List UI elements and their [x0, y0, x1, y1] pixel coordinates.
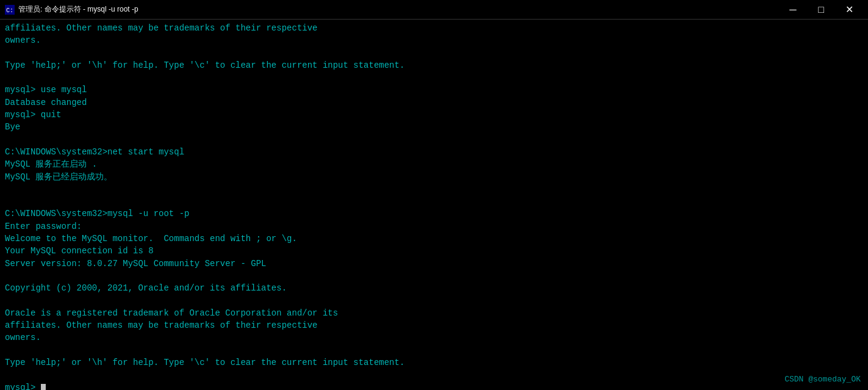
terminal-line — [5, 270, 863, 282]
terminal-line: owners. — [5, 331, 863, 344]
minimize-button[interactable]: ─ — [779, 0, 807, 20]
terminal-line: Copyright (c) 2000, 2021, Oracle and/or … — [5, 282, 863, 294]
terminal-line — [5, 47, 863, 59]
terminal-line: mysql> quit — [5, 109, 863, 121]
cursor — [41, 384, 46, 390]
maximize-button[interactable]: □ — [807, 0, 835, 20]
terminal-line: Database changed — [5, 96, 863, 109]
terminal-line: Server version: 8.0.27 MySQL Community S… — [5, 258, 863, 270]
title-bar: C: 管理员: 命令提示符 - mysql -u root -p ─ □ ✕ — [0, 0, 868, 20]
terminal-line — [5, 344, 863, 356]
terminal-line: Enter password: — [5, 220, 863, 233]
terminal-line: affiliates. Other names may be trademark… — [5, 319, 863, 331]
terminal-line: mysql> use mysql — [5, 84, 863, 96]
title-bar-controls: ─ □ ✕ — [779, 0, 863, 20]
terminal-line: Welcome to the MySQL monitor. Commands e… — [5, 233, 863, 245]
svg-text:C:: C: — [6, 7, 13, 14]
terminal-line: Type 'help;' or '\h' for help. Type '\c'… — [5, 356, 863, 369]
title-bar-left: C: 管理员: 命令提示符 - mysql -u root -p — [5, 4, 138, 15]
terminal-line — [5, 369, 863, 381]
terminal-line: MySQL 服务正在启动 . — [5, 158, 863, 170]
terminal-line — [5, 71, 863, 84]
terminal-line: C:\WINDOWS\system32>mysql -u root -p — [5, 208, 863, 220]
terminal-line — [5, 295, 863, 307]
terminal-line: mysql> — [5, 381, 863, 390]
terminal-line: affiliates. Other names may be trademark… — [5, 22, 863, 34]
terminal-line: Type 'help;' or '\h' for help. Type '\c'… — [5, 59, 863, 71]
terminal-line: Bye — [5, 121, 863, 133]
terminal-line: owners. — [5, 34, 863, 46]
cmd-icon: C: — [5, 5, 15, 15]
terminal-line — [5, 134, 863, 146]
terminal-body[interactable]: affiliates. Other names may be trademark… — [0, 20, 868, 390]
terminal-line: Your MySQL connection id is 8 — [5, 245, 863, 257]
watermark: CSDN @someday_OK — [784, 374, 861, 385]
terminal-line: C:\WINDOWS\system32>net start mysql — [5, 146, 863, 158]
terminal-line — [5, 183, 863, 195]
terminal-output: affiliates. Other names may be trademark… — [5, 22, 863, 390]
title-bar-title: 管理员: 命令提示符 - mysql -u root -p — [18, 4, 138, 15]
close-button[interactable]: ✕ — [835, 0, 863, 20]
terminal-line: Oracle is a registered trademark of Orac… — [5, 307, 863, 319]
terminal-line — [5, 195, 863, 208]
terminal-line: MySQL 服务已经启动成功。 — [5, 171, 863, 183]
